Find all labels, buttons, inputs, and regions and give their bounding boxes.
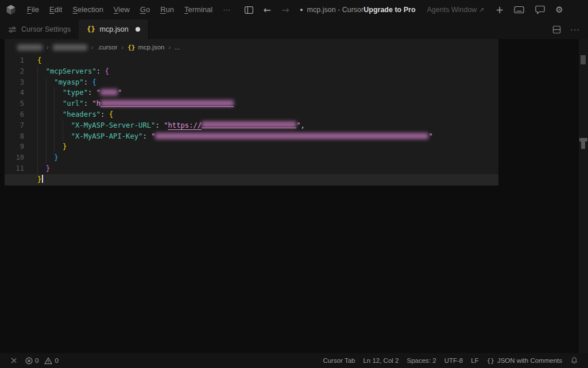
token-pun: : bbox=[84, 78, 92, 86]
token-str: " bbox=[296, 121, 300, 129]
forward-arrow-icon[interactable]: → bbox=[280, 5, 291, 15]
token-b2: { bbox=[105, 67, 109, 75]
cursor-logo-icon bbox=[6, 5, 16, 15]
code-area[interactable]: 123456789101112 {"mcpServers": {"myasp":… bbox=[5, 55, 498, 185]
more-actions-icon[interactable]: ··· bbox=[570, 25, 580, 34]
code-line-7[interactable]: "X-MyASP-Server-URL": "https://", bbox=[5, 120, 498, 131]
breadcrumb-item[interactable]: .cursor bbox=[97, 44, 117, 51]
indent-guide bbox=[63, 120, 63, 142]
menu-more[interactable]: ··· bbox=[218, 2, 235, 17]
token-key: "url" bbox=[63, 99, 84, 108]
menu-edit[interactable]: Edit bbox=[44, 2, 67, 17]
tab-cursor-settings[interactable]: Cursor Settings bbox=[0, 20, 79, 39]
unsaved-indicator[interactable] bbox=[136, 27, 140, 32]
back-arrow-icon[interactable]: ← bbox=[262, 5, 272, 15]
breadcrumb-item[interactable]: ... bbox=[175, 44, 180, 51]
code-line-12[interactable]: } bbox=[5, 174, 498, 185]
bell-icon[interactable] bbox=[566, 354, 582, 367]
token-pun: : bbox=[142, 132, 151, 140]
code-line-3[interactable]: "myasp": { bbox=[5, 77, 498, 88]
token-pun: , bbox=[301, 121, 305, 129]
token-key: "headers" bbox=[63, 110, 100, 118]
token-pun: : bbox=[88, 89, 96, 97]
status-encoding[interactable]: UTF-8 bbox=[440, 354, 467, 367]
upgrade-to-pro-button[interactable]: Upgrade to Pro bbox=[363, 6, 415, 14]
token-pun: : bbox=[84, 99, 92, 108]
status-line-col[interactable]: Ln 12, Col 2 bbox=[359, 354, 403, 367]
code-line-8[interactable]: "X-MyASP-API-Key": "" bbox=[5, 131, 498, 142]
code-line-1[interactable]: { bbox=[5, 55, 498, 66]
json-braces-icon: {} bbox=[127, 44, 135, 51]
agents-window-link[interactable]: Agents Window ↗ bbox=[427, 6, 485, 14]
indent-guide bbox=[46, 77, 47, 163]
code-line-6[interactable]: "headers": { bbox=[5, 109, 498, 120]
status-indentation[interactable]: Spaces: 2 bbox=[403, 354, 440, 367]
menu-terminal[interactable]: Terminal bbox=[179, 2, 218, 17]
token-str: " bbox=[151, 132, 155, 140]
token-b3: } bbox=[54, 154, 58, 162]
token-str: " bbox=[428, 132, 432, 140]
breadcrumb-separator: › bbox=[91, 44, 94, 51]
breadcrumb[interactable]: ››.cursor›{}mcp.json›... bbox=[5, 39, 498, 55]
split-editor-icon[interactable] bbox=[552, 25, 561, 34]
gear-icon[interactable]: ⚙ bbox=[555, 6, 563, 14]
redacted-value bbox=[100, 89, 118, 95]
remote-icon[interactable] bbox=[6, 354, 21, 367]
token-b1: { bbox=[37, 56, 41, 64]
token-pun: : bbox=[155, 121, 164, 129]
menu-selection[interactable]: Selection bbox=[67, 2, 108, 17]
settings-sliders-icon bbox=[8, 26, 17, 33]
scrollbar-thumb[interactable] bbox=[581, 55, 586, 64]
token-b2: } bbox=[46, 164, 50, 172]
code-line-4[interactable]: "type": "" bbox=[5, 87, 498, 98]
redacted-value bbox=[155, 133, 428, 139]
error-icon bbox=[25, 357, 33, 365]
menu-view[interactable]: View bbox=[109, 2, 135, 17]
overview-ruler-mark-stem bbox=[581, 141, 585, 149]
code-line-5[interactable]: "url": "h bbox=[5, 98, 498, 109]
code-line-9[interactable]: } bbox=[5, 141, 498, 152]
scrollbar-track[interactable] bbox=[579, 39, 588, 353]
breadcrumb-item-file[interactable]: {}mcp.json bbox=[127, 44, 164, 51]
tab-mcp-json[interactable]: {} mcp.json bbox=[79, 20, 148, 39]
customize-layout-icon[interactable] bbox=[243, 5, 254, 15]
chat-icon[interactable] bbox=[535, 5, 545, 15]
breadcrumb-redacted[interactable] bbox=[17, 44, 42, 51]
breadcrumb-redacted[interactable] bbox=[53, 44, 87, 51]
token-str: " bbox=[118, 89, 122, 97]
new-tab-icon[interactable]: + bbox=[496, 5, 504, 15]
status-cursor-tab[interactable]: Cursor Tab bbox=[319, 354, 359, 367]
indent-guide bbox=[54, 87, 55, 152]
code-line-11[interactable]: } bbox=[5, 163, 498, 174]
indent-guide bbox=[37, 66, 38, 174]
token-b3: { bbox=[92, 78, 96, 86]
token-key: "myasp" bbox=[54, 78, 83, 86]
status-language-mode[interactable]: {}JSON with Comments bbox=[483, 354, 566, 367]
title-bar: FileEditSelectionViewGoRunTerminal··· ← … bbox=[0, 0, 588, 20]
status-bar: 0 0 Cursor TabLn 12, Col 2Spaces: 2UTF-8… bbox=[0, 353, 588, 368]
code-line-10[interactable]: } bbox=[5, 152, 498, 163]
status-eol[interactable]: LF bbox=[467, 354, 482, 367]
error-count: 0 bbox=[35, 357, 38, 364]
panel-icon[interactable] bbox=[514, 5, 524, 15]
token-pun: : bbox=[100, 110, 109, 118]
menu-run[interactable]: Run bbox=[155, 2, 179, 17]
menu-go[interactable]: Go bbox=[135, 2, 155, 17]
json-braces-icon: {} bbox=[487, 357, 494, 365]
token-key: "X-MyASP-API-Key" bbox=[71, 132, 143, 140]
token-key: "X-MyASP-Server-URL" bbox=[71, 121, 156, 129]
nav-icons: ← → bbox=[243, 5, 291, 15]
code-line-2[interactable]: "mcpServers": { bbox=[5, 66, 498, 77]
json-braces-icon: {} bbox=[87, 25, 95, 33]
token-pun: : bbox=[96, 67, 105, 75]
breadcrumb-separator: › bbox=[122, 44, 124, 51]
window-title: ● mcp.json - Cursor bbox=[300, 6, 363, 14]
token-key: "type" bbox=[63, 89, 88, 97]
token-b1: } bbox=[37, 175, 41, 183]
menu-file[interactable]: File bbox=[22, 2, 44, 17]
token-str: " bbox=[96, 89, 100, 97]
warning-icon bbox=[44, 357, 52, 365]
redacted-value bbox=[100, 100, 234, 107]
editor-pane: ››.cursor›{}mcp.json›... 123456789101112… bbox=[5, 39, 498, 186]
problems-indicator[interactable]: 0 0 bbox=[21, 354, 66, 367]
